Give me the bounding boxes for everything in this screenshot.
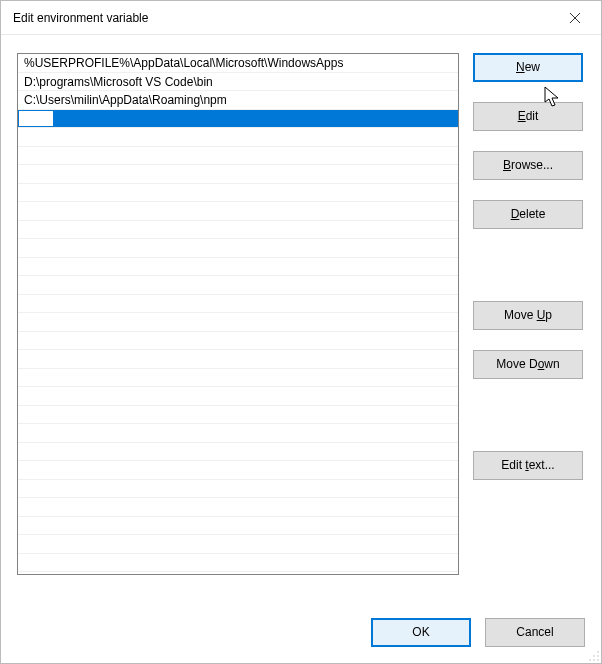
list-row[interactable] xyxy=(18,424,458,443)
svg-point-6 xyxy=(593,659,595,661)
list-row[interactable] xyxy=(18,443,458,462)
list-row[interactable]: C:\Users\milin\AppData\Roaming\npm xyxy=(18,91,458,110)
list-row[interactable] xyxy=(18,387,458,406)
list-row[interactable] xyxy=(18,313,458,332)
list-row[interactable] xyxy=(18,480,458,499)
dialog-content: %USERPROFILE%\AppData\Local\Microsoft\Wi… xyxy=(1,35,601,663)
svg-point-5 xyxy=(589,659,591,661)
list-row[interactable] xyxy=(18,184,458,203)
new-button[interactable]: New xyxy=(473,53,583,82)
list-row[interactable] xyxy=(18,369,458,388)
window-title: Edit environment variable xyxy=(13,11,148,25)
titlebar: Edit environment variable xyxy=(1,1,601,35)
list-row[interactable]: D:\programs\Microsoft VS Code\bin xyxy=(18,73,458,92)
list-row[interactable] xyxy=(18,128,458,147)
edit-button[interactable]: Edit xyxy=(473,102,583,131)
path-listbox[interactable]: %USERPROFILE%\AppData\Local\Microsoft\Wi… xyxy=(17,53,459,575)
svg-point-7 xyxy=(597,659,599,661)
close-button[interactable] xyxy=(553,3,597,33)
cancel-button[interactable]: Cancel xyxy=(485,618,585,647)
main-row: %USERPROFILE%\AppData\Local\Microsoft\Wi… xyxy=(17,53,585,594)
list-row[interactable] xyxy=(18,554,458,573)
list-row[interactable] xyxy=(18,147,458,166)
list-row[interactable] xyxy=(18,165,458,184)
list-row[interactable] xyxy=(18,239,458,258)
list-row[interactable] xyxy=(18,350,458,369)
list-row[interactable] xyxy=(18,221,458,240)
list-row[interactable] xyxy=(18,276,458,295)
list-row[interactable] xyxy=(18,110,458,129)
list-row[interactable] xyxy=(18,258,458,277)
close-icon xyxy=(570,13,580,23)
edit-text-button[interactable]: Edit text... xyxy=(473,451,583,480)
list-row[interactable] xyxy=(18,295,458,314)
list-row[interactable] xyxy=(18,517,458,536)
move-up-button[interactable]: Move Up xyxy=(473,301,583,330)
list-row[interactable] xyxy=(18,202,458,221)
list-row[interactable]: %USERPROFILE%\AppData\Local\Microsoft\Wi… xyxy=(18,54,458,73)
svg-point-2 xyxy=(597,651,599,653)
browse-button[interactable]: Browse... xyxy=(473,151,583,180)
list-row[interactable] xyxy=(18,332,458,351)
bottom-row: OK Cancel xyxy=(17,618,585,647)
resize-grip-icon xyxy=(586,648,600,662)
dialog-window: Edit environment variable %USERPROFILE%\… xyxy=(0,0,602,664)
inline-edit-input[interactable] xyxy=(18,110,54,128)
list-row[interactable] xyxy=(18,498,458,517)
svg-point-3 xyxy=(593,655,595,657)
ok-button[interactable]: OK xyxy=(371,618,471,647)
side-buttons: New Edit Browse... Delete Move Up xyxy=(473,53,583,594)
svg-point-4 xyxy=(597,655,599,657)
list-row[interactable] xyxy=(18,535,458,554)
delete-button[interactable]: Delete xyxy=(473,200,583,229)
list-row[interactable] xyxy=(18,406,458,425)
list-row[interactable] xyxy=(18,461,458,480)
move-down-button[interactable]: Move Down xyxy=(473,350,583,379)
